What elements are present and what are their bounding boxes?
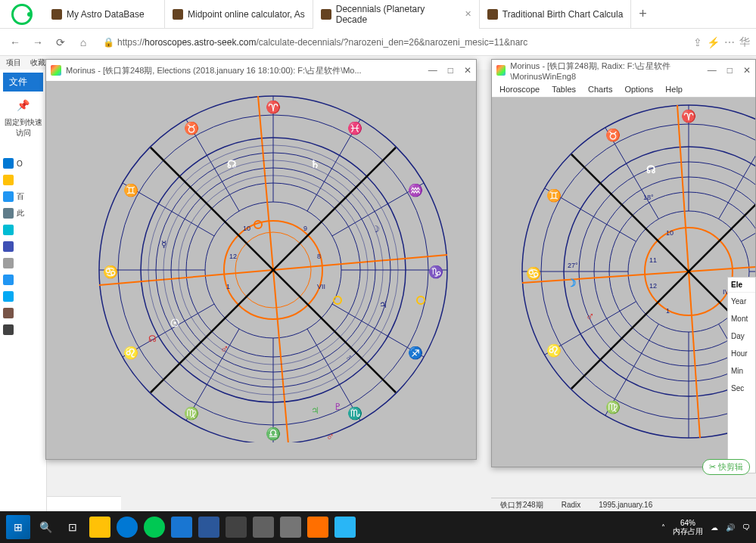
clip-button[interactable]: ✂ 快剪辑 [702, 459, 750, 475]
sidebar-item[interactable] [3, 275, 43, 285]
home-button[interactable]: ⌂ [74, 33, 92, 51]
field-year[interactable]: Year [728, 293, 755, 310]
favicon-icon [487, 9, 498, 20]
sidebar-item[interactable] [3, 258, 43, 268]
app-icon[interactable] [278, 515, 303, 539]
field-sec[interactable]: Sec [728, 380, 755, 397]
maximize-button[interactable]: □ [448, 65, 453, 76]
taskview-icon[interactable]: ⊡ [61, 515, 85, 539]
file-icon [3, 258, 14, 268]
svg-text:♋: ♋ [526, 266, 541, 281]
menu-charts[interactable]: Charts [588, 85, 612, 94]
forward-button[interactable]: → [29, 33, 47, 51]
app-icon[interactable] [333, 515, 357, 539]
svg-text:♃: ♃ [311, 405, 319, 416]
share-icon[interactable]: ⇪ [693, 36, 702, 48]
tab-traditional[interactable]: Traditional Birth Chart Calcula [480, 0, 632, 29]
app-icon[interactable] [170, 515, 194, 539]
drive-icon [3, 308, 14, 318]
svg-text:12: 12 [229, 253, 237, 260]
svg-text:10: 10 [666, 229, 674, 237]
tab-decennials[interactable]: Decennials (Planetary Decade✕ [313, 0, 480, 29]
sidebar-item-thispc[interactable]: 此 [3, 208, 43, 219]
lang-icon[interactable]: 华 [739, 36, 750, 49]
window-titlebar[interactable]: Morinus - [铁口算248期, Radix: F:\占星软件\Morin… [492, 60, 755, 81]
minimize-button[interactable]: — [428, 65, 437, 76]
svg-text:♐: ♐ [408, 346, 423, 360]
tray-up-icon[interactable]: ˄ [661, 523, 665, 532]
tray-icon[interactable]: 🔊 [726, 523, 735, 532]
field-month[interactable]: Mont [728, 310, 755, 327]
sidebar-item-onedrive[interactable]: O [3, 158, 43, 169]
elections-panel[interactable]: Ele Year Mont Day Hour Min Sec [727, 277, 756, 473]
svg-text:12: 12 [649, 282, 657, 290]
word-icon[interactable] [197, 515, 221, 539]
window-title: Morinus - [铁口算248期, Elections (2018.janu… [66, 65, 362, 76]
svg-text:♂: ♂ [346, 352, 353, 363]
address-bar[interactable]: 🔒 https://horoscopes.astro-seek.com/calc… [97, 33, 689, 52]
svg-text:♌: ♌ [546, 343, 562, 358]
sidebar-item[interactable] [3, 291, 43, 302]
menu-options[interactable]: Options [624, 85, 653, 94]
sidebar-item[interactable] [3, 225, 43, 235]
file-button[interactable]: 文件 [3, 73, 43, 92]
svg-text:8: 8 [317, 253, 321, 260]
close-button[interactable]: ✕ [464, 65, 471, 76]
sidebar-item[interactable] [3, 175, 43, 185]
drive-icon [3, 225, 14, 235]
tab-astrodb[interactable]: My Astro DataBase [44, 0, 165, 29]
explorer-icon[interactable] [88, 515, 112, 539]
field-hour[interactable]: Hour [728, 345, 755, 362]
svg-text:♂: ♂ [326, 430, 334, 442]
close-button[interactable]: ✕ [743, 65, 751, 76]
menu-help[interactable]: Help [665, 85, 683, 94]
new-tab-button[interactable]: + [631, 0, 654, 29]
browser-logo[interactable] [0, 0, 44, 29]
svg-text:27°: 27° [568, 262, 578, 269]
app-icon[interactable] [224, 515, 248, 539]
morinus-elections-window: Morinus - [铁口算248期, Elections (2018.janu… [45, 59, 477, 460]
download-icon [3, 275, 14, 285]
maximize-button[interactable]: □ [727, 65, 733, 76]
app-icon[interactable] [251, 515, 275, 539]
start-button[interactable]: ⊞ [6, 515, 30, 539]
cloud-icon [3, 158, 14, 169]
menu-tables[interactable]: Tables [552, 85, 576, 94]
field-min[interactable]: Min [728, 362, 755, 380]
svg-text:☽: ☽ [372, 224, 380, 234]
tray-icon[interactable]: ☁ [711, 523, 718, 532]
svg-text:10: 10 [243, 225, 250, 232]
sidebar-item[interactable] [3, 308, 43, 318]
tab-strip: My Astro DataBase Midpoint online calcul… [44, 0, 654, 29]
app-icon[interactable] [306, 515, 330, 539]
edge-icon[interactable] [115, 515, 139, 539]
svg-text:☊: ☊ [646, 163, 655, 175]
more-icon[interactable]: ⋯ [724, 36, 735, 48]
window-titlebar[interactable]: Morinus - [铁口算248期, Elections (2018.janu… [46, 60, 476, 81]
tray-icon[interactable]: 🗨 [742, 523, 750, 532]
sidebar-item[interactable]: 百 [3, 191, 43, 202]
back-button[interactable]: ← [6, 33, 24, 51]
bookmark-item[interactable]: 收藏 [30, 57, 45, 68]
tab-midpoint[interactable]: Midpoint online calculator, As [165, 0, 313, 29]
memory-indicator[interactable]: 64% 内存占用 [673, 519, 703, 535]
menu-horoscope[interactable]: Horoscope [499, 85, 540, 94]
bookmark-item[interactable]: 项目 [6, 57, 21, 68]
svg-text:☊: ☊ [148, 334, 157, 344]
svg-text:♋: ♋ [103, 265, 118, 279]
svg-text:♃: ♃ [379, 299, 387, 310]
close-icon[interactable]: ✕ [465, 9, 471, 19]
svg-text:♊: ♊ [546, 188, 562, 203]
field-day[interactable]: Day [728, 327, 755, 345]
pin-icon[interactable]: 📌 [0, 95, 46, 116]
taskbar: ⊞ 🔍 ⊡ ˄ 64% 内存占用 ☁ 🔊 🗨 [0, 511, 756, 543]
bolt-icon[interactable]: ⚡ [707, 36, 720, 48]
search-icon[interactable]: 🔍 [33, 515, 58, 539]
reload-button[interactable]: ⟳ [51, 33, 70, 51]
svg-text:♉: ♉ [184, 121, 199, 135]
sidebar-item[interactable] [3, 324, 43, 335]
browser-icon[interactable] [142, 515, 166, 539]
sidebar-item[interactable] [3, 241, 43, 252]
favicon-icon [173, 9, 183, 20]
minimize-button[interactable]: — [708, 65, 717, 76]
